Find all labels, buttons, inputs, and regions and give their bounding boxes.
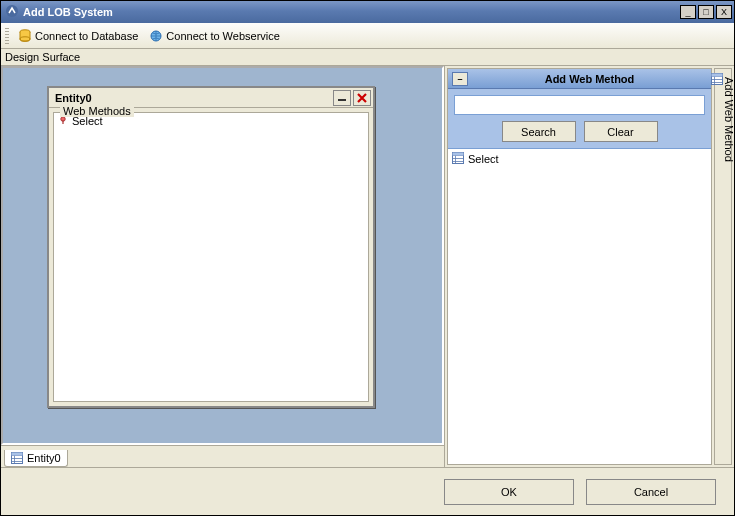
grid-icon — [711, 73, 723, 85]
svg-rect-6 — [62, 121, 63, 125]
database-icon — [19, 29, 31, 43]
entity-title-text: Entity0 — [55, 92, 92, 104]
entity-tab[interactable]: Entity0 — [4, 450, 68, 467]
dialog-footer: OK Cancel — [1, 467, 734, 515]
sidebar-tab[interactable]: Add Web Method — [714, 68, 732, 465]
client-area: Design Surface Entity0 — [1, 49, 734, 467]
svg-rect-12 — [712, 74, 723, 77]
add-lob-system-window: Add LOB System _ □ X Connect to Database… — [0, 0, 735, 516]
result-item[interactable]: Select — [448, 150, 711, 168]
panel-header[interactable]: – Add Web Method — [448, 69, 711, 89]
search-button[interactable]: Search — [502, 121, 576, 142]
entity-minimize-button[interactable] — [333, 90, 351, 106]
web-methods-label: Web Methods — [60, 105, 134, 117]
search-input[interactable] — [454, 95, 705, 115]
design-area: Entity0 Web Methods — [1, 65, 734, 467]
results-list[interactable]: Select — [448, 149, 711, 464]
svg-rect-8 — [12, 453, 23, 456]
maximize-button[interactable]: □ — [698, 5, 714, 19]
toolbar: Connect to Database Connect to Webservic… — [1, 23, 734, 49]
right-column: – Add Web Method Search Clear Select — [445, 66, 734, 467]
webservice-icon — [150, 30, 162, 42]
panel-title: Add Web Method — [472, 73, 707, 85]
design-surface-label: Design Surface — [1, 49, 734, 65]
ok-button[interactable]: OK — [444, 479, 574, 505]
app-icon — [5, 4, 19, 20]
connect-to-webservice-button[interactable]: Connect to Webservice — [146, 28, 284, 44]
result-name: Select — [468, 153, 499, 165]
connect-db-label: Connect to Database — [35, 30, 138, 42]
svg-rect-4 — [338, 99, 346, 101]
design-surface[interactable]: Entity0 Web Methods — [1, 66, 444, 445]
sidebar-tab-label: Add Web Method — [723, 77, 735, 162]
entity-window[interactable]: Entity0 Web Methods — [47, 86, 375, 408]
grid-icon — [452, 152, 464, 166]
web-methods-group: Web Methods Select — [53, 112, 369, 402]
entity-tab-label: Entity0 — [27, 452, 61, 464]
entity-close-button[interactable] — [353, 90, 371, 106]
toolbar-grip — [5, 28, 9, 44]
window-title: Add LOB System — [23, 6, 678, 18]
design-tabstrip: Entity0 — [1, 445, 444, 467]
svg-rect-10 — [453, 153, 464, 156]
close-button[interactable]: X — [716, 5, 732, 19]
panel-collapse-button[interactable]: – — [452, 72, 468, 86]
connect-to-database-button[interactable]: Connect to Database — [15, 27, 142, 45]
add-web-method-panel: – Add Web Method Search Clear Select — [447, 68, 712, 465]
grid-icon — [11, 452, 23, 464]
clear-button[interactable]: Clear — [584, 121, 658, 142]
design-left-column: Entity0 Web Methods — [1, 66, 445, 467]
connect-ws-label: Connect to Webservice — [166, 30, 280, 42]
titlebar[interactable]: Add LOB System _ □ X — [1, 1, 734, 23]
web-methods-list[interactable]: Select — [54, 113, 368, 401]
minimize-button[interactable]: _ — [680, 5, 696, 19]
panel-search-area: Search Clear — [448, 89, 711, 149]
entity-body: Web Methods Select — [53, 112, 369, 402]
cancel-button[interactable]: Cancel — [586, 479, 716, 505]
